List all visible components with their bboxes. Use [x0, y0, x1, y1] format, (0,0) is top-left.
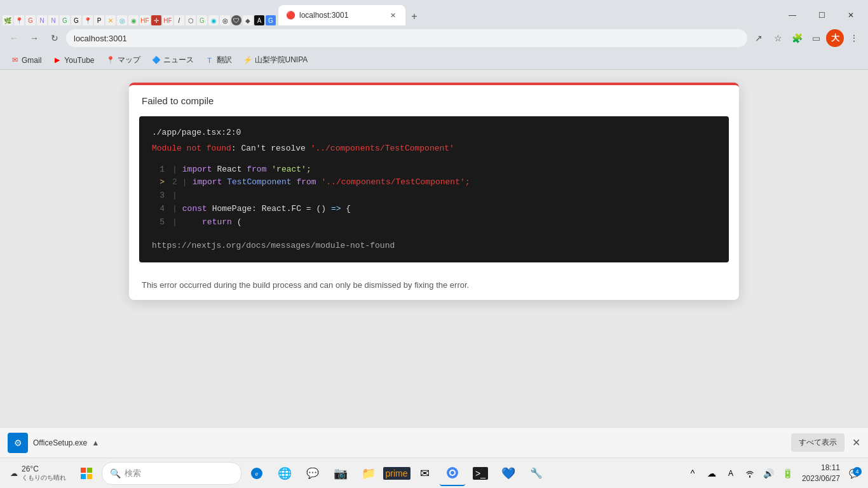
- taskbar: ☁ 26°C くもりのち晴れ 🔍 検索 e 🌐 💬 📷 📁: [0, 458, 868, 488]
- error-docs-link[interactable]: https://nextjs.org/docs/messages/module-…: [152, 240, 716, 253]
- taskbar-teams2[interactable]: 🔧: [524, 461, 549, 486]
- taskbar-vscode[interactable]: 💙: [496, 461, 521, 486]
- bookmark-icon[interactable]: ☆: [769, 29, 787, 47]
- error-module-message: Module not found: Can't resolve '../comp…: [152, 142, 716, 156]
- favicon-16[interactable]: /: [174, 15, 184, 25]
- favicon-12[interactable]: ◉: [128, 15, 139, 25]
- download-file-icon: ⚙: [8, 433, 28, 453]
- weather-widget[interactable]: ☁ 26°C くもりのち晴れ: [5, 463, 71, 484]
- favicon-19[interactable]: ◉: [208, 15, 219, 25]
- bookmark-unipa[interactable]: ⚡ 山梨学院UNIPA: [238, 53, 313, 67]
- forward-button[interactable]: →: [25, 29, 43, 47]
- taskbar-teams[interactable]: 💬: [300, 461, 325, 486]
- search-box[interactable]: 🔍 検索: [102, 462, 241, 485]
- extensions-icon[interactable]: 🧩: [788, 29, 806, 47]
- close-button[interactable]: ✕: [836, 5, 865, 25]
- active-tab-favicon: 🔴: [286, 11, 295, 20]
- svg-rect-1: [87, 468, 92, 473]
- favicon-11[interactable]: ◎: [117, 15, 127, 25]
- error-footer: This error occurred during the build pro…: [129, 273, 739, 300]
- bookmark-news[interactable]: 🔷 ニュース: [147, 53, 199, 67]
- svg-rect-3: [87, 474, 92, 479]
- favicon-3[interactable]: G: [25, 15, 36, 25]
- address-icons: ↗ ☆ 🧩 ▭ 大 ⋮: [750, 29, 863, 47]
- weather-desc: くもりのち晴れ: [22, 473, 66, 482]
- search-placeholder: 検索: [125, 468, 141, 479]
- tray-chevron[interactable]: ^: [684, 464, 702, 482]
- show-all-button[interactable]: すべて表示: [791, 433, 844, 452]
- active-tab-title: localhost:3001: [299, 11, 348, 20]
- favicon-21[interactable]: 🛡: [231, 15, 241, 25]
- favicon-14[interactable]: ✛: [151, 15, 161, 25]
- bookmark-gmail[interactable]: ✉ Gmail: [5, 54, 46, 67]
- favicon-13[interactable]: HF: [140, 15, 150, 25]
- browser-chrome: 🌿 📍 G N N G G 📍 P ✕ ◎ ◉ HF ✛ HF / ⬡ G ◉ …: [0, 0, 868, 70]
- bookmark-maps[interactable]: 📍 マップ: [101, 53, 146, 67]
- taskbar-amazon[interactable]: prime: [384, 461, 409, 486]
- tab-favicon-row: 🌿 📍 G N N G G 📍 P ✕ ◎ ◉ HF ✛ HF / ⬡ G ◉ …: [0, 15, 278, 25]
- new-tab-button[interactable]: +: [405, 8, 423, 25]
- favicon-8[interactable]: 📍: [83, 15, 93, 25]
- taskbar-edge2[interactable]: 🌐: [272, 461, 297, 486]
- unipa-icon: ⚡: [243, 56, 252, 65]
- taskbar-terminal[interactable]: >_: [468, 461, 493, 486]
- back-button[interactable]: ←: [5, 29, 23, 47]
- active-tab[interactable]: 🔴 localhost:3001 ✕: [278, 5, 405, 25]
- clock[interactable]: 18:11 2023/06/27: [798, 461, 844, 485]
- favicon-18[interactable]: G: [197, 15, 207, 25]
- code-line-4: 4 | const HomePage: React.FC = () => {: [152, 203, 716, 216]
- svg-rect-0: [81, 468, 86, 473]
- bookmark-translate[interactable]: T 翻訳: [200, 53, 237, 67]
- tab-close-button[interactable]: ✕: [388, 10, 398, 20]
- tray-battery[interactable]: 🔋: [779, 464, 797, 482]
- favicon-15[interactable]: HF: [163, 15, 173, 25]
- profile-button[interactable]: 大: [826, 29, 844, 47]
- favicon-6[interactable]: G: [60, 15, 70, 25]
- favicon-20[interactable]: ◎: [220, 15, 230, 25]
- taskbar-mail[interactable]: ✉: [412, 461, 437, 486]
- download-bar: ⚙ OfficeSetup.exe ▲ すべて表示 ✕: [0, 427, 868, 458]
- system-tray: ^ ☁ A 🔊 🔋 18:11 2023/06/27 💬 4: [684, 461, 863, 485]
- address-input[interactable]: [66, 29, 747, 47]
- favicon-17[interactable]: ⬡: [186, 15, 196, 25]
- menu-icon[interactable]: ⋮: [845, 29, 863, 47]
- taskbar-chrome[interactable]: [440, 461, 465, 486]
- share-icon[interactable]: ↗: [750, 29, 768, 47]
- taskbar-edge[interactable]: e: [244, 461, 269, 486]
- tray-cloud[interactable]: ☁: [703, 464, 721, 482]
- maximize-button[interactable]: ☐: [807, 5, 836, 25]
- minimize-button[interactable]: —: [778, 5, 807, 25]
- translate-icon: T: [205, 56, 214, 65]
- weather-temp: 26°C: [22, 464, 66, 473]
- taskbar-folder[interactable]: 📁: [356, 461, 381, 486]
- favicon-7[interactable]: G: [71, 15, 81, 25]
- favicon-2[interactable]: 📍: [14, 15, 24, 25]
- notification-count: 4: [853, 467, 862, 476]
- news-icon: 🔷: [152, 56, 161, 65]
- tray-volume[interactable]: 🔊: [760, 464, 778, 482]
- sidebar-icon[interactable]: ▭: [807, 29, 825, 47]
- favicon-5[interactable]: N: [48, 15, 58, 25]
- favicon-22[interactable]: ◆: [243, 15, 253, 25]
- taskbar-camera[interactable]: 📷: [328, 461, 353, 486]
- favicon-9[interactable]: P: [94, 15, 104, 25]
- start-button[interactable]: [74, 461, 99, 486]
- error-overlay: Failed to compile ./app/page.tsx:2:0 Mod…: [129, 83, 739, 300]
- tray-wifi[interactable]: [741, 464, 759, 482]
- favicon-4[interactable]: N: [37, 15, 47, 25]
- page-content: Failed to compile ./app/page.tsx:2:0 Mod…: [0, 70, 868, 427]
- notification-wrapper: 💬 4: [845, 464, 863, 482]
- maps-icon: 📍: [106, 56, 115, 65]
- favicon-1[interactable]: 🌿: [3, 15, 13, 25]
- window-controls: — ☐ ✕: [778, 5, 868, 25]
- download-close-icon[interactable]: ✕: [852, 437, 860, 449]
- download-info: OfficeSetup.exe ▲: [33, 438, 99, 447]
- bookmark-youtube[interactable]: ▶ YouTube: [48, 54, 99, 67]
- favicon-10[interactable]: ✕: [105, 15, 116, 25]
- favicon-24[interactable]: G: [266, 15, 276, 25]
- tray-font[interactable]: A: [722, 464, 740, 482]
- download-expand-icon[interactable]: ▲: [92, 438, 100, 447]
- favicon-23[interactable]: A: [254, 15, 264, 25]
- refresh-button[interactable]: ↻: [46, 29, 64, 47]
- error-file-path: ./app/page.tsx:2:0: [152, 126, 716, 140]
